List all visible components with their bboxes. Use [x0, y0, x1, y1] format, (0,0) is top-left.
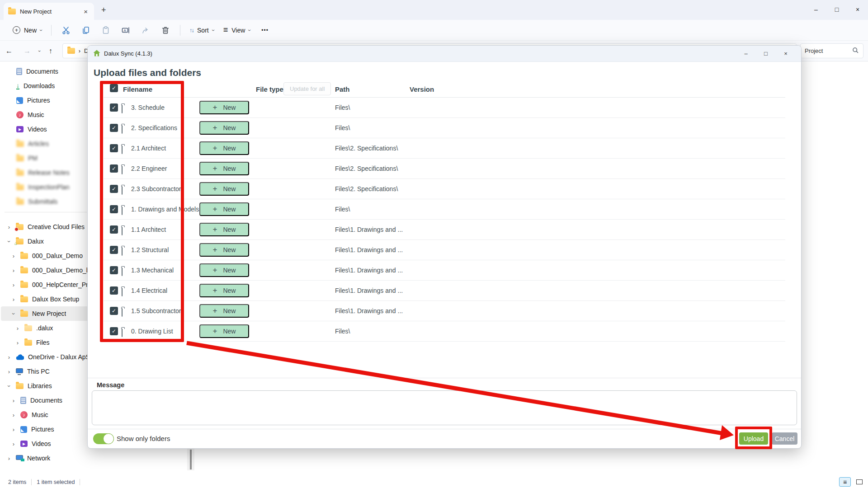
new-version-button[interactable]: +New — [199, 324, 249, 338]
row-checkbox[interactable]: ✓ — [110, 185, 118, 193]
chevron-right-icon[interactable]: › — [15, 325, 20, 332]
row-checkbox[interactable]: ✓ — [110, 144, 118, 152]
sidebar-item-videos[interactable]: ▶ Videos — [1, 122, 90, 136]
column-version[interactable]: Version — [410, 85, 434, 93]
sidebar-item-libraries[interactable]: › Libraries — [1, 379, 90, 393]
minimize-icon[interactable]: – — [736, 50, 756, 57]
sidebar-item-lib-pictures[interactable]: › ◣ Pictures — [1, 422, 90, 436]
sidebar-item-onedrive[interactable]: › OneDrive - Dalux ApS — [1, 350, 90, 364]
row-checkbox[interactable]: ✓ — [110, 246, 118, 254]
view-button[interactable]: ≡ View › — [219, 23, 255, 38]
large-icons-view-icon[interactable] — [854, 477, 865, 487]
up-icon[interactable]: ↑ — [43, 47, 58, 55]
delete-icon[interactable] — [160, 25, 170, 35]
sidebar-item-creative-cloud-files[interactable]: › Creative Cloud Files — [1, 220, 90, 234]
scrollbar[interactable] — [187, 449, 194, 470]
cut-icon[interactable] — [61, 25, 71, 35]
select-all-checkbox[interactable]: ✓ — [110, 84, 118, 92]
chevron-right-icon[interactable]: › — [11, 253, 16, 259]
maximize-icon[interactable]: □ — [756, 50, 776, 57]
sidebar-item-release-notes[interactable]: Release Notes — [1, 165, 90, 180]
sidebar-item-pictures[interactable]: ◣ Pictures — [1, 93, 90, 108]
paste-icon[interactable] — [101, 25, 111, 35]
show-only-folders-toggle[interactable] — [93, 433, 114, 444]
update-for-all-button[interactable]: Update for all — [283, 82, 331, 95]
back-icon[interactable]: ← — [0, 47, 18, 55]
column-filename[interactable]: Filename — [123, 85, 152, 93]
row-checkbox[interactable]: ✓ — [110, 205, 118, 213]
sidebar-item-lib-videos[interactable]: › ▶ Videos — [1, 436, 90, 451]
chevron-down-icon[interactable]: › — [10, 311, 17, 316]
sidebar-item-lib-documents[interactable]: › Documents — [1, 393, 90, 408]
dialog-title-bar[interactable]: Dalux Sync (4.1.3) – □ × — [88, 46, 801, 62]
sidebar-item-000-helpcenter-project[interactable]: › 000_HelpCenter_Project — [1, 277, 90, 292]
tab-close-icon[interactable]: × — [82, 8, 90, 15]
chevron-right-icon[interactable]: › — [6, 455, 12, 462]
tab-new-project[interactable]: New Project × — [4, 3, 94, 20]
sidebar-item-000-dalux-demo[interactable]: › 000_Dalux_Demo — [1, 249, 90, 263]
chevron-down-icon[interactable]: › — [6, 383, 13, 389]
row-checkbox[interactable]: ✓ — [110, 307, 118, 315]
sidebar-item-dotdalux[interactable]: › .dalux — [1, 321, 90, 335]
message-input[interactable] — [92, 390, 797, 425]
search-input[interactable]: Project — [800, 43, 863, 58]
sidebar-item-documents[interactable]: Documents — [1, 64, 90, 79]
copy-icon[interactable] — [81, 25, 91, 35]
maximize-icon[interactable]: □ — [826, 6, 847, 13]
sidebar-item-network[interactable]: › Network — [1, 451, 90, 465]
new-version-button[interactable]: +New — [199, 223, 249, 236]
minimize-icon[interactable]: – — [806, 6, 826, 13]
chevron-right-icon[interactable]: › — [15, 339, 20, 346]
sidebar-item-dalux-box-setup[interactable]: › Dalux Box Setup — [1, 292, 90, 306]
row-checkbox[interactable]: ✓ — [110, 327, 118, 335]
new-tab-button[interactable]: + — [98, 5, 110, 16]
sidebar-item-music[interactable]: ♪ Music — [1, 108, 90, 122]
new-version-button[interactable]: +New — [199, 284, 249, 297]
new-version-button[interactable]: +New — [199, 101, 249, 114]
more-options-icon[interactable]: ••• — [261, 27, 269, 33]
sidebar-item-000-dalux-demo-backup[interactable]: › 000_Dalux_Demo_backu — [1, 263, 90, 277]
chevron-right-icon[interactable]: › — [11, 282, 16, 288]
row-checkbox[interactable]: ✓ — [110, 286, 118, 295]
forward-icon[interactable]: → — [18, 47, 36, 55]
upload-button[interactable]: Upload — [739, 432, 768, 445]
new-version-button[interactable]: +New — [199, 162, 249, 175]
history-chevron-icon[interactable]: › — [37, 47, 42, 55]
column-file-type[interactable]: File type — [256, 85, 283, 93]
share-icon[interactable] — [141, 25, 151, 35]
sidebar-item-new-project[interactable]: › New Project — [1, 306, 90, 321]
row-checkbox[interactable]: ✓ — [110, 124, 118, 132]
new-version-button[interactable]: +New — [199, 121, 249, 135]
row-checkbox[interactable]: ✓ — [110, 164, 118, 173]
new-version-button[interactable]: +New — [199, 182, 249, 196]
sidebar-item-files[interactable]: › Files — [1, 335, 90, 350]
sidebar-item-submittals[interactable]: Submittals — [1, 194, 90, 209]
chevron-right-icon[interactable]: › — [6, 354, 12, 361]
rename-icon[interactable]: A — [121, 25, 131, 35]
sidebar-item-this-pc[interactable]: › This PC — [1, 364, 90, 379]
sidebar-item-dalux[interactable]: › ⌂ Dalux — [1, 234, 90, 249]
row-checkbox[interactable]: ✓ — [110, 225, 118, 234]
new-version-button[interactable]: +New — [199, 263, 249, 277]
close-icon[interactable]: × — [776, 50, 796, 57]
row-checkbox[interactable]: ✓ — [110, 266, 118, 274]
new-button[interactable]: + New › — [8, 23, 47, 37]
close-icon[interactable]: × — [847, 6, 868, 13]
chevron-right-icon[interactable]: › — [11, 412, 16, 418]
chevron-right-icon[interactable]: › — [6, 368, 12, 375]
new-version-button[interactable]: +New — [199, 243, 249, 257]
chevron-down-icon[interactable]: › — [6, 239, 13, 244]
sidebar-item-articles[interactable]: Articles — [1, 136, 90, 151]
sort-button[interactable]: ↑↓ Sort › — [185, 24, 219, 37]
new-version-button[interactable]: +New — [199, 141, 249, 155]
cancel-button[interactable]: Cancel — [772, 432, 797, 445]
new-version-button[interactable]: +New — [199, 304, 249, 318]
new-version-button[interactable]: +New — [199, 202, 249, 216]
sidebar-item-inspectionplan[interactable]: InspectionPlan — [1, 180, 90, 194]
column-path[interactable]: Path — [335, 85, 350, 93]
chevron-right-icon[interactable]: › — [11, 441, 16, 447]
details-view-icon[interactable]: ≡ — [839, 477, 851, 487]
sidebar-item-lib-music[interactable]: › ♪ Music — [1, 408, 90, 422]
sidebar-item-pm[interactable]: PM — [1, 151, 90, 165]
row-checkbox[interactable]: ✓ — [110, 103, 118, 112]
